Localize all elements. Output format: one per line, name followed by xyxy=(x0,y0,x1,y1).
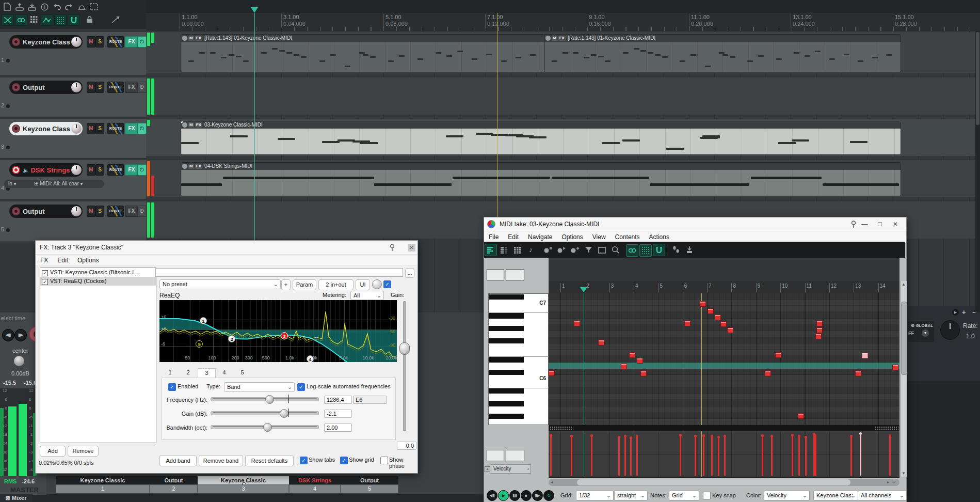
playrate-knob[interactable] xyxy=(940,320,960,340)
mute-button[interactable]: M xyxy=(87,82,95,93)
fx-enable-toggle[interactable]: ⏻ xyxy=(137,36,147,48)
solo-button[interactable]: S xyxy=(95,123,104,134)
black-key[interactable] xyxy=(489,326,524,331)
edit-cursor-marker[interactable] xyxy=(251,7,258,13)
fx-menu-fx[interactable]: FX xyxy=(36,256,53,265)
velocity-stem-selected[interactable] xyxy=(860,434,861,476)
pan-knob[interactable] xyxy=(71,37,82,47)
midi-left-box-2[interactable] xyxy=(506,269,524,280)
black-key[interactable] xyxy=(489,313,524,318)
mixer-tab-number-3[interactable]: 3 xyxy=(198,484,289,493)
tcp-track-3[interactable]: 3Keyzone ClassMSROUTEFX⏻ xyxy=(0,119,146,159)
eq-band-tab-1[interactable]: 1 xyxy=(162,368,179,377)
midi-note[interactable] xyxy=(574,321,580,326)
record-arm-button[interactable] xyxy=(12,207,20,215)
velocity-lane[interactable] xyxy=(549,431,899,478)
footprints-icon[interactable] xyxy=(670,244,682,256)
media-item[interactable]: MFX04-DSK Strings-MIDI xyxy=(181,162,901,196)
info-icon[interactable]: i xyxy=(39,2,50,12)
scrollbar-right-arrow[interactable]: ▸ xyxy=(887,480,889,484)
snap-grid-icon[interactable] xyxy=(639,244,652,257)
midi-menu-actions[interactable]: Actions xyxy=(645,232,674,242)
fx-button[interactable]: FX xyxy=(125,123,138,134)
tcp-track-2[interactable]: 2OutputMSROUTEFX⏻ xyxy=(0,77,146,117)
maximize-icon[interactable]: □ xyxy=(872,219,888,229)
record-arm-button[interactable] xyxy=(12,124,20,133)
param-slider-2[interactable] xyxy=(211,409,319,416)
close-icon[interactable]: ✕ xyxy=(408,244,415,252)
midi-note[interactable] xyxy=(727,327,733,333)
zoom-icon[interactable] xyxy=(609,244,621,256)
mute-button[interactable]: M xyxy=(87,206,95,217)
velocity-stem[interactable] xyxy=(805,437,807,476)
record-arm-button[interactable] xyxy=(12,38,20,46)
midi-editor-window[interactable]: MIDI take: 03-Keyzone Classic-MIDI — □ ✕… xyxy=(484,217,907,502)
close-icon[interactable]: ✕ xyxy=(888,219,903,229)
midi-note[interactable] xyxy=(598,340,604,346)
fx-button[interactable]: FX xyxy=(125,36,138,48)
eq-band-handle-3[interactable]: 3 xyxy=(281,332,288,339)
midi-menu-options[interactable]: Options xyxy=(557,232,587,242)
pin-icon[interactable] xyxy=(850,221,857,228)
item-fx-button[interactable]: FX xyxy=(195,164,202,169)
midi-transport-repeat-button[interactable]: ↻ xyxy=(543,490,554,501)
midi-transport-forward-button[interactable]: ▮▶ xyxy=(532,490,543,501)
scrollbar-left-arrow[interactable]: ◂ xyxy=(551,480,553,484)
velocity-stem[interactable] xyxy=(550,435,552,476)
marquee-select-icon[interactable] xyxy=(88,2,100,12)
event-list-view-icon[interactable] xyxy=(511,244,524,256)
midi-note[interactable] xyxy=(629,352,635,358)
grid-blocks-icon[interactable] xyxy=(28,14,40,25)
key-snap-checkbox[interactable] xyxy=(703,492,711,499)
named-notes-view-icon[interactable] xyxy=(498,244,510,256)
track-name-pill[interactable]: Output xyxy=(9,205,83,218)
midi-menu-navigate[interactable]: Navigate xyxy=(523,232,557,242)
fx-comment-input[interactable] xyxy=(155,268,403,277)
midi-note[interactable] xyxy=(700,301,706,307)
midi-transport-play-button[interactable]: ▶ xyxy=(498,490,509,501)
velocity-stem[interactable] xyxy=(718,437,719,476)
envelope-icon[interactable] xyxy=(41,14,53,26)
velocity-stem[interactable] xyxy=(624,436,626,476)
show-tabs-checkbox[interactable]: ✓ xyxy=(300,457,308,464)
piano-roll-view-icon[interactable] xyxy=(485,244,497,256)
fx-menu-options[interactable]: Options xyxy=(73,256,103,265)
mute-button[interactable]: M xyxy=(87,164,95,176)
midi-note[interactable] xyxy=(765,371,771,376)
black-key[interactable] xyxy=(489,294,524,300)
item-m-button[interactable]: M xyxy=(552,36,557,41)
track-dropdown[interactable]: Keyzone Clas:⌄ xyxy=(813,491,858,500)
route-button[interactable]: ROUTE xyxy=(107,206,124,217)
step-input-icon[interactable] xyxy=(683,244,696,256)
magnet-snap-icon[interactable] xyxy=(653,244,665,256)
fx-enable-toggle[interactable]: ⏻ xyxy=(137,82,147,93)
grid-swing-dropdown[interactable]: straight⌄ xyxy=(614,491,648,500)
item-clock-icon[interactable] xyxy=(182,164,187,169)
magnet-snap-icon[interactable] xyxy=(68,14,80,26)
item-clock-icon[interactable] xyxy=(545,36,551,41)
mixer-tab-number-5[interactable]: 5 xyxy=(341,484,398,493)
fx-remove-button[interactable]: Remove xyxy=(68,446,99,457)
undo-icon[interactable] xyxy=(51,2,62,12)
midi-left-box-4[interactable] xyxy=(506,450,524,461)
midi-window-titlebar[interactable]: MIDI take: 03-Keyzone Classic-MIDI — □ ✕ xyxy=(484,217,906,231)
hzoom-in-icon[interactable]: + xyxy=(892,479,895,485)
midi-note-selected[interactable] xyxy=(862,353,868,358)
velocity-stem[interactable] xyxy=(724,436,726,476)
solo-button[interactable]: S xyxy=(95,206,104,217)
midi-ruler[interactable]: 1234567891011121314 xyxy=(549,281,899,293)
media-item[interactable]: MFX[Rate:1.143] 01-Keyzone Classic-MIDI xyxy=(181,34,545,72)
velocity-stem[interactable] xyxy=(695,436,696,476)
route-button[interactable]: ROUTE xyxy=(107,123,124,134)
midi-transport-stop-button[interactable]: ■ xyxy=(521,490,532,501)
fx-wet-knob[interactable] xyxy=(372,279,382,289)
dot-diamond-icon[interactable] xyxy=(569,244,581,256)
fx-chain-window[interactable]: FX: Track 3 "Keyzone Classic" ✕ FXEditOp… xyxy=(35,240,418,474)
black-key[interactable] xyxy=(489,338,524,343)
eq-band-tab-3[interactable]: 3 xyxy=(198,368,216,378)
transport-play-mini-icon[interactable]: ▶ xyxy=(952,309,959,316)
record-arm-button[interactable] xyxy=(12,83,20,91)
tcp-track-5[interactable]: 5OutputMSROUTEFX⏻ xyxy=(0,201,146,241)
mixer-dock-tab[interactable]: ⊠ Mixer xyxy=(0,494,32,502)
cc-lane-selector[interactable]: Velocity› xyxy=(491,464,531,474)
